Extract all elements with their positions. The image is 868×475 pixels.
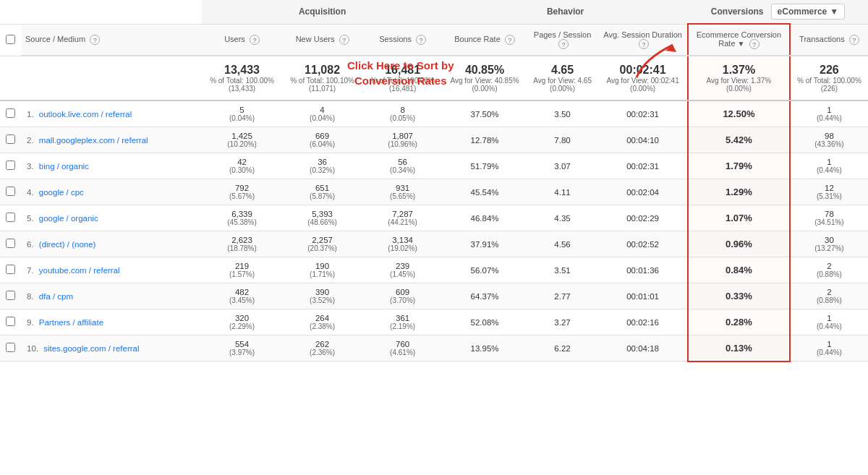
row-sessions-cell: 1,807 (10.96%) [362, 127, 443, 153]
totals-new-users-value: 11,082 [288, 64, 357, 77]
select-all-input[interactable] [6, 35, 15, 44]
row-pages-session-cell: 4.11 [527, 179, 598, 205]
select-all-checkbox[interactable] [0, 24, 21, 56]
row-source-link[interactable]: sites.google.com / referral [43, 344, 139, 353]
row-number: 6. [27, 240, 34, 249]
row-source-link[interactable]: (direct) / (none) [39, 240, 96, 249]
row-ecommerce-rate-value: 5.42% [726, 134, 752, 145]
row-users-value: 219 [235, 262, 249, 270]
bounce-rate-help-icon[interactable]: ? [505, 35, 515, 45]
row-checkbox-cell[interactable] [0, 127, 21, 153]
ecommerce-dropdown[interactable]: eCommerce ▼ [771, 4, 846, 20]
row-number: 9. [27, 318, 34, 327]
totals-source-cell [21, 56, 202, 100]
table-row: 7. youtube.com / referral 219 (1.57%) 19… [0, 257, 868, 283]
row-pages-session-cell: 4.35 [527, 205, 598, 231]
row-source-link[interactable]: dfa / cpm [39, 292, 73, 301]
row-users-pct: (10.20%) [208, 140, 276, 148]
row-transactions-value: 1 [827, 314, 831, 322]
row-new-users-value: 2,257 [312, 236, 333, 244]
ecommerce-rate-help-icon[interactable]: ? [749, 39, 760, 49]
row-source-link[interactable]: google / organic [39, 214, 98, 223]
row-sessions-value: 8 [400, 106, 404, 114]
row-new-users-cell: 5,393 (48.66%) [282, 205, 362, 231]
row-users-value: 320 [235, 314, 249, 322]
row-transactions-pct: (43.36%) [796, 140, 862, 148]
row-checkbox-cell[interactable] [0, 205, 21, 231]
row-source-link[interactable]: bing / organic [39, 162, 89, 171]
row-sessions-value: 56 [398, 158, 407, 166]
row-pages-session-cell: 7.80 [527, 127, 598, 153]
users-help-icon[interactable]: ? [250, 35, 260, 45]
row-source-cell: 1. outlook.live.com / referral [21, 100, 202, 127]
row-transactions-value: 78 [825, 210, 834, 218]
row-checkbox-cell[interactable] [0, 179, 21, 205]
pages-session-help-icon[interactable]: ? [558, 39, 569, 49]
row-checkbox[interactable] [6, 239, 15, 248]
row-checkbox-cell[interactable] [0, 100, 21, 127]
row-checkbox-cell[interactable] [0, 257, 21, 283]
row-new-users-cell: 651 (5.87%) [282, 179, 362, 205]
totals-transactions-sub: % of Total: 100.00% (226) [796, 77, 862, 93]
row-checkbox[interactable] [6, 161, 15, 170]
row-sessions-pct: (4.61%) [368, 348, 437, 356]
totals-users-value: 13,433 [208, 64, 276, 77]
source-medium-label: Source / Medium [25, 35, 85, 43]
chevron-down-icon: ▼ [830, 7, 838, 17]
row-source-link[interactable]: mall.googleplex.com / referral [39, 136, 148, 145]
totals-row: 13,433 % of Total: 100.00% (13,433) 11,0… [0, 56, 868, 100]
row-checkbox[interactable] [6, 213, 15, 222]
totals-new-users-sub: % of Total: 100.10% (11,071) [288, 77, 357, 93]
new-users-help-icon[interactable]: ? [339, 35, 349, 45]
row-number: 1. [27, 110, 34, 119]
row-checkbox-cell[interactable] [0, 335, 21, 361]
row-sessions-value: 1,807 [392, 132, 413, 140]
behavior-header: Behavior [443, 0, 688, 24]
row-users-value: 42 [237, 158, 247, 166]
sort-down-icon: ▼ [738, 40, 745, 48]
row-users-pct: (5.67%) [208, 192, 276, 200]
row-checkbox[interactable] [6, 187, 15, 196]
row-checkbox-cell[interactable] [0, 283, 21, 309]
row-number: 7. [27, 266, 34, 275]
row-users-value: 554 [235, 340, 249, 348]
table-row: 10. sites.google.com / referral 554 (3.9… [0, 335, 868, 361]
checkbox-header [0, 0, 21, 24]
row-source-cell: 5. google / organic [21, 205, 202, 231]
row-checkbox[interactable] [6, 291, 15, 300]
ecommerce-rate-col-header[interactable]: Ecommerce Conversion Rate ▼ ? [688, 24, 790, 56]
bounce-rate-label: Bounce Rate [454, 35, 501, 43]
row-pages-session-cell: 3.07 [527, 153, 598, 179]
row-checkbox[interactable] [6, 265, 15, 274]
totals-sessions-cell: 16,481 % of Total: 100.00% (16,481) [362, 56, 443, 100]
row-source-link[interactable]: Partners / affiliate [39, 318, 103, 327]
sessions-help-icon[interactable]: ? [416, 35, 426, 45]
row-users-value: 5 [239, 106, 244, 114]
row-avg-session-cell: 00:02:52 [598, 231, 688, 257]
transactions-help-icon[interactable]: ? [849, 35, 859, 45]
row-checkbox[interactable] [6, 108, 15, 118]
row-new-users-pct: (3.52%) [288, 296, 357, 304]
totals-sessions-value: 16,481 [368, 64, 437, 77]
row-source-link[interactable]: youtube.com / referral [39, 266, 120, 275]
row-checkbox-cell[interactable] [0, 309, 21, 335]
totals-transactions-value: 226 [796, 64, 862, 77]
row-checkbox[interactable] [6, 317, 15, 326]
table-row: 1. outlook.live.com / referral 5 (0.04%)… [0, 100, 868, 127]
bounce-rate-col-header: Bounce Rate ? [443, 24, 527, 56]
users-label: Users [224, 35, 245, 43]
source-medium-help-icon[interactable]: ? [90, 35, 100, 45]
row-new-users-cell: 36 (0.32%) [282, 153, 362, 179]
row-source-link[interactable]: google / cpc [39, 188, 84, 197]
row-sessions-cell: 760 (4.61%) [362, 335, 443, 361]
row-checkbox-cell[interactable] [0, 231, 21, 257]
row-ecommerce-rate-value: 12.50% [723, 108, 754, 119]
totals-avg-session-value: 00:02:41 [604, 64, 681, 77]
row-source-link[interactable]: outlook.live.com / referral [39, 110, 132, 119]
row-checkbox[interactable] [6, 343, 15, 352]
row-checkbox[interactable] [6, 134, 15, 144]
row-checkbox-cell[interactable] [0, 153, 21, 179]
row-pages-session-cell: 3.50 [527, 100, 598, 127]
avg-session-help-icon[interactable]: ? [639, 39, 649, 49]
totals-avg-session-cell: 00:02:41 Avg for View: 00:02:41 (0.00%) [598, 56, 688, 100]
